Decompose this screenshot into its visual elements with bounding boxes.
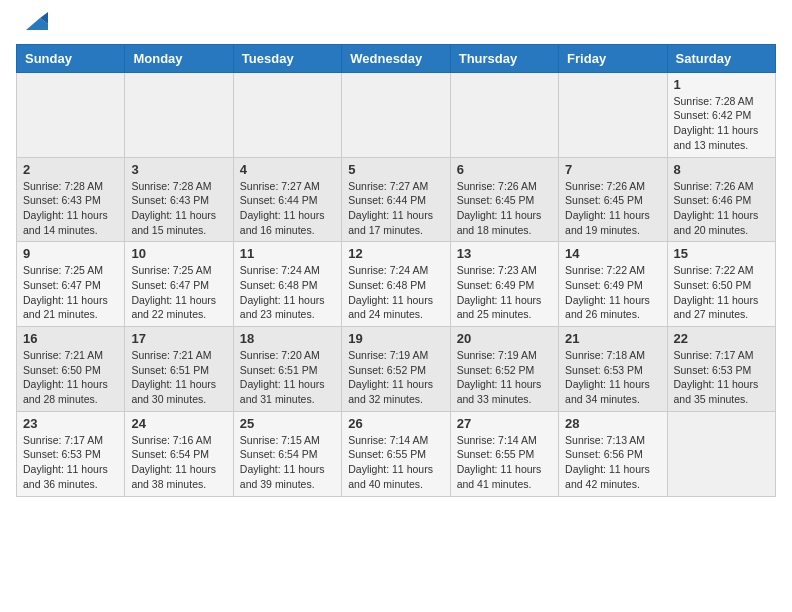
page-header [16,16,776,36]
calendar-cell: 21Sunrise: 7:18 AM Sunset: 6:53 PM Dayli… [559,327,667,412]
calendar-cell: 4Sunrise: 7:27 AM Sunset: 6:44 PM Daylig… [233,157,341,242]
column-header-friday: Friday [559,44,667,72]
day-info: Sunrise: 7:24 AM Sunset: 6:48 PM Dayligh… [240,263,335,322]
day-info: Sunrise: 7:18 AM Sunset: 6:53 PM Dayligh… [565,348,660,407]
column-header-saturday: Saturday [667,44,775,72]
calendar-cell: 9Sunrise: 7:25 AM Sunset: 6:47 PM Daylig… [17,242,125,327]
day-number: 27 [457,416,552,431]
logo [16,16,48,36]
calendar-cell: 6Sunrise: 7:26 AM Sunset: 6:45 PM Daylig… [450,157,558,242]
day-number: 19 [348,331,443,346]
day-number: 11 [240,246,335,261]
day-info: Sunrise: 7:19 AM Sunset: 6:52 PM Dayligh… [348,348,443,407]
day-info: Sunrise: 7:26 AM Sunset: 6:45 PM Dayligh… [457,179,552,238]
calendar-cell [233,72,341,157]
day-number: 16 [23,331,118,346]
day-info: Sunrise: 7:14 AM Sunset: 6:55 PM Dayligh… [457,433,552,492]
calendar-week-row: 1Sunrise: 7:28 AM Sunset: 6:42 PM Daylig… [17,72,776,157]
day-info: Sunrise: 7:24 AM Sunset: 6:48 PM Dayligh… [348,263,443,322]
day-number: 28 [565,416,660,431]
calendar-cell [342,72,450,157]
calendar-cell: 20Sunrise: 7:19 AM Sunset: 6:52 PM Dayli… [450,327,558,412]
day-info: Sunrise: 7:15 AM Sunset: 6:54 PM Dayligh… [240,433,335,492]
day-info: Sunrise: 7:27 AM Sunset: 6:44 PM Dayligh… [240,179,335,238]
calendar-cell: 11Sunrise: 7:24 AM Sunset: 6:48 PM Dayli… [233,242,341,327]
calendar-cell: 12Sunrise: 7:24 AM Sunset: 6:48 PM Dayli… [342,242,450,327]
day-info: Sunrise: 7:17 AM Sunset: 6:53 PM Dayligh… [674,348,769,407]
day-number: 2 [23,162,118,177]
day-info: Sunrise: 7:21 AM Sunset: 6:50 PM Dayligh… [23,348,118,407]
day-info: Sunrise: 7:26 AM Sunset: 6:45 PM Dayligh… [565,179,660,238]
calendar-cell: 7Sunrise: 7:26 AM Sunset: 6:45 PM Daylig… [559,157,667,242]
day-info: Sunrise: 7:22 AM Sunset: 6:49 PM Dayligh… [565,263,660,322]
calendar-cell [559,72,667,157]
calendar-cell: 16Sunrise: 7:21 AM Sunset: 6:50 PM Dayli… [17,327,125,412]
calendar-cell [17,72,125,157]
column-header-sunday: Sunday [17,44,125,72]
day-number: 9 [23,246,118,261]
calendar-cell: 8Sunrise: 7:26 AM Sunset: 6:46 PM Daylig… [667,157,775,242]
day-info: Sunrise: 7:13 AM Sunset: 6:56 PM Dayligh… [565,433,660,492]
calendar-cell: 10Sunrise: 7:25 AM Sunset: 6:47 PM Dayli… [125,242,233,327]
calendar-cell: 17Sunrise: 7:21 AM Sunset: 6:51 PM Dayli… [125,327,233,412]
calendar-cell: 27Sunrise: 7:14 AM Sunset: 6:55 PM Dayli… [450,411,558,496]
calendar-cell: 28Sunrise: 7:13 AM Sunset: 6:56 PM Dayli… [559,411,667,496]
day-info: Sunrise: 7:14 AM Sunset: 6:55 PM Dayligh… [348,433,443,492]
calendar-cell [450,72,558,157]
column-header-thursday: Thursday [450,44,558,72]
day-number: 12 [348,246,443,261]
day-info: Sunrise: 7:19 AM Sunset: 6:52 PM Dayligh… [457,348,552,407]
day-number: 5 [348,162,443,177]
day-number: 15 [674,246,769,261]
calendar-cell: 3Sunrise: 7:28 AM Sunset: 6:43 PM Daylig… [125,157,233,242]
day-info: Sunrise: 7:28 AM Sunset: 6:42 PM Dayligh… [674,94,769,153]
day-number: 14 [565,246,660,261]
day-number: 3 [131,162,226,177]
calendar-cell: 14Sunrise: 7:22 AM Sunset: 6:49 PM Dayli… [559,242,667,327]
calendar-week-row: 16Sunrise: 7:21 AM Sunset: 6:50 PM Dayli… [17,327,776,412]
day-info: Sunrise: 7:22 AM Sunset: 6:50 PM Dayligh… [674,263,769,322]
day-number: 21 [565,331,660,346]
calendar-cell: 15Sunrise: 7:22 AM Sunset: 6:50 PM Dayli… [667,242,775,327]
column-header-monday: Monday [125,44,233,72]
day-number: 25 [240,416,335,431]
column-header-wednesday: Wednesday [342,44,450,72]
calendar-cell: 1Sunrise: 7:28 AM Sunset: 6:42 PM Daylig… [667,72,775,157]
day-info: Sunrise: 7:28 AM Sunset: 6:43 PM Dayligh… [23,179,118,238]
day-number: 7 [565,162,660,177]
day-info: Sunrise: 7:28 AM Sunset: 6:43 PM Dayligh… [131,179,226,238]
calendar-cell [125,72,233,157]
calendar-cell: 5Sunrise: 7:27 AM Sunset: 6:44 PM Daylig… [342,157,450,242]
day-number: 17 [131,331,226,346]
day-info: Sunrise: 7:25 AM Sunset: 6:47 PM Dayligh… [131,263,226,322]
day-info: Sunrise: 7:17 AM Sunset: 6:53 PM Dayligh… [23,433,118,492]
calendar-week-row: 23Sunrise: 7:17 AM Sunset: 6:53 PM Dayli… [17,411,776,496]
day-number: 20 [457,331,552,346]
day-info: Sunrise: 7:25 AM Sunset: 6:47 PM Dayligh… [23,263,118,322]
calendar-cell: 2Sunrise: 7:28 AM Sunset: 6:43 PM Daylig… [17,157,125,242]
day-number: 18 [240,331,335,346]
calendar-cell: 25Sunrise: 7:15 AM Sunset: 6:54 PM Dayli… [233,411,341,496]
calendar-cell: 18Sunrise: 7:20 AM Sunset: 6:51 PM Dayli… [233,327,341,412]
day-info: Sunrise: 7:21 AM Sunset: 6:51 PM Dayligh… [131,348,226,407]
calendar-cell: 22Sunrise: 7:17 AM Sunset: 6:53 PM Dayli… [667,327,775,412]
calendar-week-row: 2Sunrise: 7:28 AM Sunset: 6:43 PM Daylig… [17,157,776,242]
column-header-tuesday: Tuesday [233,44,341,72]
calendar-cell: 13Sunrise: 7:23 AM Sunset: 6:49 PM Dayli… [450,242,558,327]
day-info: Sunrise: 7:26 AM Sunset: 6:46 PM Dayligh… [674,179,769,238]
calendar-cell: 19Sunrise: 7:19 AM Sunset: 6:52 PM Dayli… [342,327,450,412]
day-number: 26 [348,416,443,431]
calendar-header-row: SundayMondayTuesdayWednesdayThursdayFrid… [17,44,776,72]
day-number: 10 [131,246,226,261]
calendar-cell: 23Sunrise: 7:17 AM Sunset: 6:53 PM Dayli… [17,411,125,496]
calendar-cell: 24Sunrise: 7:16 AM Sunset: 6:54 PM Dayli… [125,411,233,496]
day-info: Sunrise: 7:16 AM Sunset: 6:54 PM Dayligh… [131,433,226,492]
day-number: 6 [457,162,552,177]
day-info: Sunrise: 7:20 AM Sunset: 6:51 PM Dayligh… [240,348,335,407]
calendar-cell [667,411,775,496]
calendar-cell: 26Sunrise: 7:14 AM Sunset: 6:55 PM Dayli… [342,411,450,496]
calendar-week-row: 9Sunrise: 7:25 AM Sunset: 6:47 PM Daylig… [17,242,776,327]
day-info: Sunrise: 7:23 AM Sunset: 6:49 PM Dayligh… [457,263,552,322]
calendar-table: SundayMondayTuesdayWednesdayThursdayFrid… [16,44,776,497]
day-number: 23 [23,416,118,431]
